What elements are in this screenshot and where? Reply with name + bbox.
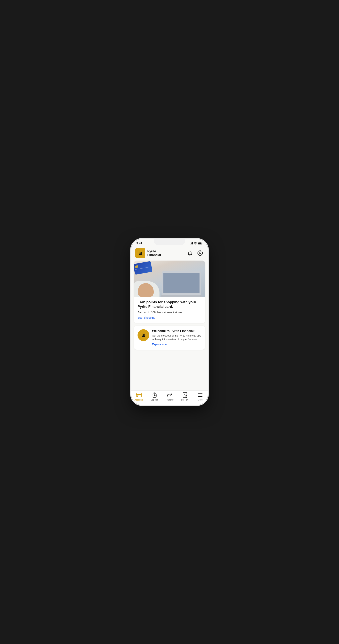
nav-item-more[interactable]: More [192,392,208,401]
welcome-logo-symbol: ⊞ [142,332,145,338]
nav-item-transfer[interactable]: Transfer [162,392,177,401]
promo-description: Earn up to 10% back at select stores. [137,311,202,314]
nav-item-billpay[interactable]: Bill Pay [177,392,192,401]
billpay-icon [182,392,188,398]
header-icons [186,249,204,257]
laptop-body [162,271,201,295]
transfer-label: Transfer [166,398,174,401]
svg-rect-6 [136,394,141,395]
profile-button[interactable] [196,249,204,257]
notch [154,239,185,245]
deposit-icon: $ [151,392,157,398]
promo-content: Earn points for shopping with your Pyrit… [134,297,205,323]
nav-item-deposit[interactable]: $ Deposit [147,392,162,401]
welcome-logo: ⊞ [137,329,149,341]
transfer-icon [167,392,172,398]
welcome-card: ⊞ Welcome to Pyrite Financial! Get the m… [134,326,205,350]
laptop-base [161,295,202,297]
app-logo-box: ⊞ [135,248,145,258]
svg-point-4 [199,252,201,253]
nav-item-accounts[interactable]: Accounts [131,392,147,401]
status-icons [190,242,203,244]
explore-now-link[interactable]: Explore now [152,343,167,346]
hand-shape [138,283,154,297]
battery-icon [198,242,203,244]
notification-button[interactable] [186,249,194,257]
accounts-icon [136,392,142,398]
logo-area: ⊞ Pyrite Financial [135,248,161,258]
svg-rect-2 [198,242,202,244]
more-label: More [198,398,202,401]
app-logo-symbol: ⊞ [139,250,142,256]
status-time: 9:41 [136,242,142,245]
promo-card: Earn points for shopping with your Pyrit… [134,260,205,323]
profile-icon [197,250,203,256]
scroll-content[interactable]: Earn points for shopping with your Pyrit… [131,260,208,390]
start-shopping-link[interactable]: Start shopping [137,316,155,319]
bottom-nav: Accounts $ Deposit [131,390,208,405]
svg-text:$: $ [154,394,155,396]
wifi-icon [194,242,197,244]
promo-title: Earn points for shopping with your Pyrit… [137,300,202,309]
svg-rect-7 [137,396,138,396]
svg-point-0 [195,244,196,244]
app-header: ⊞ Pyrite Financial [131,246,208,260]
billpay-label: Bill Pay [181,398,189,401]
phone-frame: 9:41 [131,239,208,405]
app-screen: ⊞ Pyrite Financial [131,246,208,405]
welcome-title: Welcome to Pyrite Financial! [152,329,202,333]
app-name: Pyrite Financial [147,249,161,257]
accounts-label: Accounts [134,398,143,401]
more-icon [197,392,203,398]
promo-image [134,260,205,297]
signal-icon [190,242,193,244]
welcome-text-area: Welcome to Pyrite Financial! Get the mos… [152,329,202,346]
bell-icon [187,250,192,256]
deposit-label: Deposit [150,398,158,401]
welcome-description: Get the most out of the Pyrite Financial… [152,334,202,341]
svg-rect-8 [137,396,138,396]
